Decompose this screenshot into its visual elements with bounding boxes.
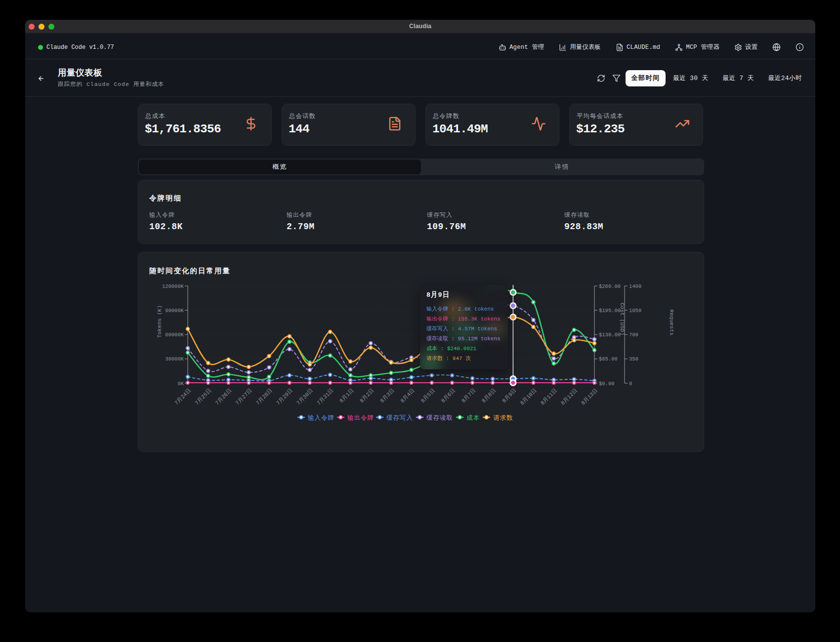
svg-text:7月29日: 7月29日 [275,388,294,406]
svg-text:请求数: 请求数 [493,414,513,422]
svg-text:8月9日: 8月9日 [501,388,517,404]
svg-text:8月4日: 8月4日 [399,388,416,404]
svg-text:8月1日: 8月1日 [338,388,355,404]
svg-text:30000K: 30000K [165,356,184,362]
svg-text:$260.00: $260.00 [599,283,621,289]
svg-text:60000K: 60000K [165,332,184,338]
svg-text:成本: 成本 [466,414,480,422]
svg-text:0K: 0K [177,381,184,387]
svg-text:1050: 1050 [629,308,641,314]
svg-text:8月7日: 8月7日 [461,388,477,404]
svg-text:1400: 1400 [629,283,641,289]
svg-text:7月24日: 7月24日 [173,388,192,406]
svg-text:$65.00: $65.00 [599,356,618,362]
svg-text:Requests: Requests [669,310,674,336]
svg-text:Cost (USD): Cost (USD) [619,303,625,335]
svg-text:90000K: 90000K [165,308,184,314]
svg-text:7月28日: 7月28日 [255,388,274,406]
svg-text:8月3日: 8月3日 [379,388,395,404]
svg-text:350: 350 [629,356,638,362]
svg-text:8月5日: 8月5日 [420,388,436,404]
svg-text:$130.00: $130.00 [599,332,621,338]
svg-text:输入令牌: 输入令牌 [308,414,335,422]
svg-text:$195.00: $195.00 [599,308,621,314]
svg-text:8月13日: 8月13日 [580,388,599,406]
svg-text:700: 700 [629,332,638,338]
svg-text:7月25日: 7月25日 [194,388,212,406]
svg-text:0: 0 [629,381,632,387]
svg-text:8月8日: 8月8日 [481,388,497,404]
svg-text:8月12日: 8月12日 [560,388,579,406]
svg-text:Tokens (K): Tokens (K) [157,305,163,338]
svg-text:120000K: 120000K [162,283,184,289]
svg-text:$0.00: $0.00 [599,381,615,387]
svg-text:缓存读取: 缓存读取 [426,414,453,422]
svg-text:7月27日: 7月27日 [234,388,253,406]
svg-text:缓存写入: 缓存写入 [386,414,413,422]
svg-text:8月10日: 8月10日 [519,388,538,406]
svg-text:7月30日: 7月30日 [295,388,314,406]
svg-text:7月26日: 7月26日 [214,388,233,406]
svg-text:输出令牌: 输出令牌 [347,414,374,422]
svg-text:8月11日: 8月11日 [540,388,558,406]
svg-text:8月2日: 8月2日 [359,388,375,404]
svg-text:7月31日: 7月31日 [316,388,335,406]
svg-text:8月6日: 8月6日 [440,388,457,404]
